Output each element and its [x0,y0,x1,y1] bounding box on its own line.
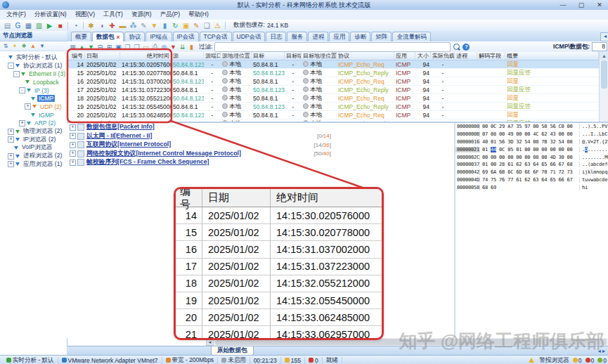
hex-row[interactable]: 0000000000 0C 29 A7 35 97 00 50 56 C0 00… [455,123,608,131]
hex-byte[interactable]: 77 [507,177,513,183]
display-format-icon[interactable]: ▣ [114,43,123,51]
hex-byte[interactable]: 00 [507,155,513,160]
hex-byte[interactable]: 6D [516,169,522,175]
tab-UDP会话[interactable]: UDP会话 [233,32,266,41]
hex-byte[interactable]: 74 [482,177,488,183]
tab-IP端点[interactable]: IP端点 [145,32,172,41]
tree-alarm-icon[interactable]: ▲ [29,42,37,50]
tree-item-10[interactable]: +IP浏览器 (2) [0,136,67,144]
hex-byte[interactable]: 40 [482,139,488,145]
hex-byte[interactable]: 00 [482,155,488,160]
hex-byte[interactable]: 07 [482,131,488,137]
hex-byte[interactable]: 67 [567,177,572,183]
column-header-decode[interactable]: 解码字段 [477,52,505,60]
packet-row[interactable]: 192025/01/0214:15:32.05545000050.84.8.1-… [67,103,599,111]
hex-byte[interactable]: A7 [507,124,513,129]
hex-byte[interactable]: 01 [482,162,488,167]
column-header-dgeo[interactable]: 目标地理位置 [302,52,337,60]
hex-byte[interactable]: 76 [499,177,505,183]
column-header-size[interactable]: 大小 [415,52,431,60]
refresh-adapter-icon[interactable]: ↻ [170,21,181,30]
menu-item-0[interactable]: 文件(F) [3,11,30,19]
decode-expander-icon[interactable]: + [70,160,76,166]
tree-item-4[interactable]: -IP (3) [0,86,67,95]
tree-item-0[interactable]: 实时分析 - 默认 [0,53,67,62]
decode-tree-item[interactable]: +互联网协议[Internet Protocol][14/36] [67,141,454,150]
tree-expander-icon[interactable]: + [25,103,31,110]
hex-byte[interactable]: 28 [499,162,505,167]
hex-byte[interactable]: 63 [524,162,530,167]
tab-close-icon[interactable]: × [117,34,120,41]
column-header-dport[interactable]: 目标端口 [285,52,302,60]
packet-row[interactable]: 182025/01/0214:15:32.05521200050.84.8.12… [67,94,599,103]
hex-byte[interactable]: 08 [491,131,496,137]
hex-byte[interactable]: 66 [550,162,555,167]
copy-icon[interactable]: ❐ [123,43,132,51]
hex-byte[interactable]: 61 [507,162,513,167]
hex-byte[interactable]: 69 [491,185,496,190]
column-header-date[interactable]: 日期 [85,52,120,60]
stop-capture-icon[interactable]: ■ [55,21,65,30]
column-header-app[interactable]: 应用 [394,52,415,60]
hex-byte[interactable]: 70 [541,169,547,175]
hex-row[interactable]: 0000002101 44 0C 05 01 00 00 00 00 00 00… [455,145,608,153]
minimize-button[interactable]: — [557,1,569,9]
adapter-icon[interactable]: ▥ [34,21,44,30]
menu-item-5[interactable]: 产品(P) [157,11,183,19]
open-file-icon[interactable]: G [13,21,23,30]
tree-item-5[interactable]: ICMP [0,94,67,103]
tab-进程[interactable]: 进程 [308,32,328,41]
column-header-sport[interactable]: 源端口 [204,52,221,60]
hex-byte[interactable]: 05 [507,147,513,152]
menu-item-4[interactable]: 资源(R) [128,11,155,19]
hex-byte[interactable]: 56 [550,124,555,129]
history-icon[interactable]: ◔ [70,21,81,30]
log-icon[interactable]: ✎ [191,21,202,30]
hex-byte[interactable]: 97 [524,124,530,129]
decode-tree-item[interactable]: +数据包信息[Packet Info] [67,123,454,132]
hex-byte[interactable]: 69 [482,169,488,175]
hex-byte[interactable]: 65 [541,162,547,167]
copy-hex-icon[interactable]: ❒ [132,43,141,51]
hex-byte[interactable]: 6E [524,169,530,175]
hex-byte[interactable]: 56 [499,139,505,145]
tab-服务[interactable]: 服务 [287,32,307,41]
search-icon[interactable] [453,44,460,50]
tab-nav-arrows-icon[interactable]: ◂ ▸ [598,348,605,354]
hex-byte[interactable]: 6B [499,169,505,175]
help-icon[interactable]: ? [463,44,470,51]
hex-row[interactable]: 0000005868 69 hi [455,183,608,191]
tab-TCP会话[interactable]: TCP会话 [200,32,232,41]
hex-byte[interactable]: 08 [533,139,538,145]
decode-tree-item[interactable]: +帧校验序列[FCS - Frame Check Sequence] [67,158,454,167]
hex-byte[interactable]: 65 [550,177,555,183]
tree-book-icon[interactable]: ❖ [20,42,28,50]
hex-byte[interactable]: 00 [491,162,496,167]
hex-byte[interactable]: 63 [533,177,538,183]
tree-item-6[interactable]: +UDP (2) [0,103,67,111]
packet-row[interactable]: 172025/01/0214:15:31.03722300050.84.8.1-… [67,86,599,94]
tree-item-2[interactable]: -Ethernet II (3) [0,70,67,78]
hex-byte[interactable]: 54 [524,139,530,145]
search-dropdown-icon[interactable]: ◎ [160,43,169,51]
add-filter-icon[interactable]: ✚ [107,21,117,30]
tab-数据包[interactable]: 数据包× [92,32,124,41]
hex-row[interactable]: 0000000B07 08 00 49 00 00 4C 62 43 00 00… [455,131,608,138]
tree-item-8[interactable]: +ARP (2) [0,119,67,128]
hex-byte[interactable]: 73 [567,169,572,175]
auto-scroll-icon[interactable]: ⇊ [178,43,187,51]
tree-expander-icon[interactable]: + [8,161,14,167]
hex-byte[interactable]: 00 [567,124,572,129]
hex-byte[interactable]: 0C [491,124,496,129]
hex-byte[interactable]: 00 [524,155,530,160]
tab-应用[interactable]: 应用 [329,32,349,41]
tree-item-7[interactable]: IGMP [0,111,67,119]
hex-byte[interactable]: 29 [499,124,505,129]
hex-byte[interactable]: 00 [541,155,547,160]
hex-byte[interactable]: 4D [550,155,555,160]
tree-expander-icon[interactable]: - [13,71,20,77]
decode-expander-icon[interactable]: + [70,124,76,131]
hex-byte[interactable]: 50 [541,124,547,129]
start-capture-icon[interactable]: ▶ [44,21,55,30]
hex-byte[interactable]: 64 [541,177,547,183]
